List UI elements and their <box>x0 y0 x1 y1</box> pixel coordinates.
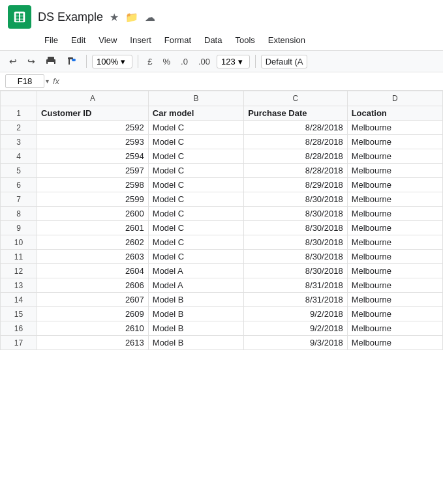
col-header-d[interactable]: D <box>347 91 442 106</box>
header-location[interactable]: Location <box>347 106 442 121</box>
cell-car-model[interactable]: Model C <box>148 250 243 264</box>
paint-format-button[interactable] <box>63 53 81 69</box>
cell-purchase-date[interactable]: 8/30/2018 <box>244 250 348 264</box>
header-car-model[interactable]: Car model <box>148 106 243 121</box>
folder-icon[interactable]: 📁 <box>125 11 138 23</box>
col-header-a[interactable]: A <box>37 91 149 106</box>
cell-customer-id[interactable]: 2597 <box>37 164 149 178</box>
row-num-3[interactable]: 3 <box>1 135 37 149</box>
cell-customer-id[interactable]: 2598 <box>37 178 149 192</box>
undo-button[interactable]: ↩ <box>5 53 21 69</box>
cell-customer-id[interactable]: 2603 <box>37 250 149 264</box>
row-num-8[interactable]: 8 <box>1 207 37 221</box>
header-customer-id[interactable]: Customer ID <box>37 106 149 121</box>
cell-location[interactable]: Melbourne <box>347 135 442 149</box>
cell-purchase-date[interactable]: 8/30/2018 <box>244 207 348 221</box>
cell-car-model[interactable]: Model B <box>148 321 243 336</box>
menu-file[interactable]: File <box>39 33 63 48</box>
header-purchase-date[interactable]: Purchase Date <box>244 106 348 121</box>
pound-button[interactable]: £ <box>144 54 156 69</box>
cell-purchase-date[interactable]: 9/2/2018 <box>244 307 348 321</box>
row-num-15[interactable]: 15 <box>1 307 37 321</box>
cell-customer-id[interactable]: 2592 <box>37 121 149 135</box>
cell-car-model[interactable]: Model A <box>148 264 243 278</box>
row-num-9[interactable]: 9 <box>1 221 37 235</box>
col-header-b[interactable]: B <box>148 91 243 106</box>
cell-purchase-date[interactable]: 8/28/2018 <box>244 121 348 135</box>
cell-location[interactable]: Melbourne <box>347 293 442 307</box>
cell-location[interactable]: Melbourne <box>347 235 442 250</box>
row-num-5[interactable]: 5 <box>1 164 37 178</box>
cell-purchase-date[interactable]: 8/28/2018 <box>244 164 348 178</box>
row-num-4[interactable]: 4 <box>1 149 37 164</box>
formula-input[interactable] <box>63 76 438 86</box>
cell-purchase-date[interactable]: 8/31/2018 <box>244 278 348 293</box>
row-num-17[interactable]: 17 <box>1 336 37 350</box>
title-action-icons[interactable]: ★ 📁 ☁ <box>110 11 155 23</box>
cell-location[interactable]: Melbourne <box>347 121 442 135</box>
cell-purchase-date[interactable]: 8/28/2018 <box>244 149 348 164</box>
cell-car-model[interactable]: Model C <box>148 164 243 178</box>
cell-purchase-date[interactable]: 9/3/2018 <box>244 336 348 350</box>
row-num-1[interactable]: 1 <box>1 106 37 121</box>
cell-car-model[interactable]: Model C <box>148 207 243 221</box>
cell-car-model[interactable]: Model B <box>148 336 243 350</box>
cell-location[interactable]: Melbourne <box>347 264 442 278</box>
cloud-icon[interactable]: ☁ <box>145 11 155 23</box>
menu-tools[interactable]: Tools <box>230 33 260 48</box>
cell-purchase-date[interactable]: 8/30/2018 <box>244 235 348 250</box>
col-header-c[interactable]: C <box>244 91 348 106</box>
cell-car-model[interactable]: Model C <box>148 178 243 192</box>
row-num-10[interactable]: 10 <box>1 235 37 250</box>
cell-car-model[interactable]: Model B <box>148 293 243 307</box>
zoom-dropdown-icon[interactable]: ▾ <box>121 57 125 67</box>
cell-location[interactable]: Melbourne <box>347 149 442 164</box>
menu-insert[interactable]: Insert <box>125 33 157 48</box>
cell-car-model[interactable]: Model C <box>148 121 243 135</box>
zoom-selector[interactable]: 100% ▾ <box>92 55 132 68</box>
menu-format[interactable]: Format <box>159 33 196 48</box>
cell-location[interactable]: Melbourne <box>347 250 442 264</box>
cell-location[interactable]: Melbourne <box>347 178 442 192</box>
decimal-decrease-button[interactable]: .0 <box>177 54 192 69</box>
cell-purchase-date[interactable]: 8/30/2018 <box>244 192 348 207</box>
row-num-12[interactable]: 12 <box>1 264 37 278</box>
cell-customer-id[interactable]: 2613 <box>37 336 149 350</box>
redo-button[interactable]: ↪ <box>23 53 39 69</box>
cell-purchase-date[interactable]: 8/30/2018 <box>244 221 348 235</box>
cell-car-model[interactable]: Model A <box>148 278 243 293</box>
cell-location[interactable]: Melbourne <box>347 164 442 178</box>
row-num-13[interactable]: 13 <box>1 278 37 293</box>
cell-location[interactable]: Melbourne <box>347 207 442 221</box>
print-button[interactable] <box>42 53 60 69</box>
cell-location[interactable]: Melbourne <box>347 336 442 350</box>
row-num-11[interactable]: 11 <box>1 250 37 264</box>
format-type-label[interactable]: Default (A <box>261 55 308 68</box>
cell-location[interactable]: Melbourne <box>347 307 442 321</box>
star-icon[interactable]: ★ <box>110 11 119 23</box>
cell-car-model[interactable]: Model C <box>148 149 243 164</box>
cell-car-model[interactable]: Model C <box>148 221 243 235</box>
cell-car-model[interactable]: Model C <box>148 235 243 250</box>
cell-location[interactable]: Melbourne <box>347 192 442 207</box>
cell-purchase-date[interactable]: 8/30/2018 <box>244 264 348 278</box>
number-format-selector[interactable]: 123 ▾ <box>217 55 250 68</box>
cell-customer-id[interactable]: 2594 <box>37 149 149 164</box>
row-num-2[interactable]: 2 <box>1 121 37 135</box>
menu-edit[interactable]: Edit <box>66 33 91 48</box>
cell-customer-id[interactable]: 2607 <box>37 293 149 307</box>
row-num-16[interactable]: 16 <box>1 321 37 336</box>
cell-car-model[interactable]: Model B <box>148 307 243 321</box>
menu-extensions[interactable]: Extension <box>263 33 311 48</box>
cell-purchase-date[interactable]: 8/31/2018 <box>244 293 348 307</box>
cell-purchase-date[interactable]: 8/29/2018 <box>244 178 348 192</box>
cell-customer-id[interactable]: 2600 <box>37 207 149 221</box>
cell-customer-id[interactable]: 2601 <box>37 221 149 235</box>
cell-purchase-date[interactable]: 8/28/2018 <box>244 135 348 149</box>
cell-customer-id[interactable]: 2609 <box>37 307 149 321</box>
cell-customer-id[interactable]: 2604 <box>37 264 149 278</box>
cell-reference-box[interactable]: F18 <box>5 74 44 88</box>
cell-customer-id[interactable]: 2599 <box>37 192 149 207</box>
cell-customer-id[interactable]: 2606 <box>37 278 149 293</box>
cell-location[interactable]: Melbourne <box>347 321 442 336</box>
